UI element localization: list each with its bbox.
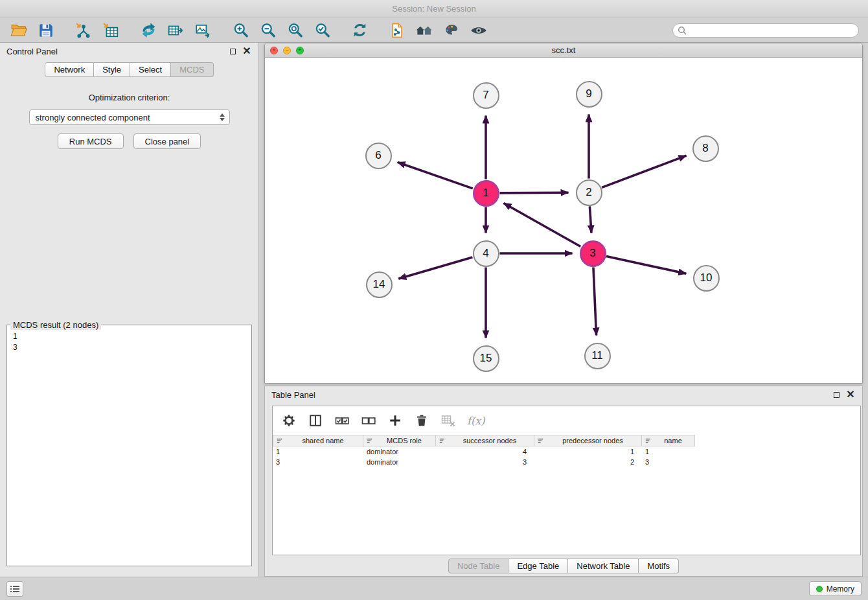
column-header-predecessor-nodes[interactable]: predecessor nodes [534,435,642,446]
zoom-out-icon[interactable] [258,21,277,40]
graph-edge-1-2[interactable] [499,192,568,193]
close-table-panel-icon[interactable]: ✕ [845,389,856,400]
sort-icon[interactable] [439,437,446,444]
import-network-icon[interactable] [74,21,93,40]
table-cell: 1 [534,448,642,456]
first-neighbors-icon[interactable] [415,21,434,40]
table-settings-icon[interactable] [281,413,297,428]
table-cell: dominator [363,458,436,466]
network-window-titlebar[interactable]: × − + scc.txt [265,43,862,58]
tab-mcds[interactable]: MCDS [171,62,213,77]
tab-network[interactable]: Network [45,62,94,77]
mcds-result-title: MCDS result (2 nodes) [10,320,101,330]
graph-edge-4-14[interactable] [398,257,472,279]
export-network-icon[interactable] [139,21,158,40]
graph-edge-2-8[interactable] [602,156,686,187]
graph-edges-layer [265,58,862,384]
graph-node-11[interactable]: 11 [584,343,611,369]
mcds-result-list[interactable]: 13 [7,330,251,566]
tab-node-table[interactable]: Node Table [448,559,509,573]
graph-node-15[interactable]: 15 [473,345,499,372]
tab-style[interactable]: Style [94,62,130,77]
table-cell: 1 [642,448,695,456]
destroy-table-icon [440,413,456,428]
table-header-row: shared nameMCDS rolesuccessor nodesprede… [273,435,860,446]
graph-edge-3-1[interactable] [503,203,580,246]
graph-node-14[interactable]: 14 [366,271,393,298]
sort-icon[interactable] [537,437,544,444]
fit-content-icon[interactable] [285,21,304,40]
sort-icon[interactable] [645,437,652,444]
column-header-mcds-role[interactable]: MCDS role [363,435,436,446]
search-field[interactable] [672,23,859,38]
unselect-all-rows-icon[interactable] [361,413,376,428]
search-icon [678,26,687,35]
control-panel-tabs: NetworkStyleSelectMCDS [0,62,258,77]
sort-icon[interactable] [366,437,373,444]
search-input[interactable] [689,26,854,35]
zoom-selected-icon[interactable] [312,21,332,40]
save-session-icon[interactable] [36,21,56,40]
network-canvas[interactable]: 7968124314101511 [265,58,862,384]
control-panel: Control Panel ✕ NetworkStyleSelectMCDS O… [0,43,259,577]
open-session-icon[interactable] [9,21,29,40]
select-all-rows-icon[interactable] [334,413,350,428]
import-table-icon[interactable] [101,21,120,40]
list-icon [10,584,20,594]
graph-node-7[interactable]: 7 [473,82,499,109]
graph-edge-3-10[interactable] [606,257,686,274]
table-row[interactable]: 3dominator323 [273,457,860,467]
tab-select[interactable]: Select [130,62,171,77]
graph-node-10[interactable]: 10 [693,265,720,292]
delete-rows-icon[interactable] [414,413,429,428]
export-image-icon[interactable] [193,21,212,40]
network-window-title: scc.txt [265,45,862,55]
mcds-result-line: 3 [13,342,251,353]
column-header-name[interactable]: name [642,435,695,446]
float-panel-icon[interactable] [227,46,238,56]
network-window: × − + scc.txt 7968124314101511 [264,43,863,384]
window-close-icon[interactable]: × [270,47,278,54]
zoom-in-icon[interactable] [231,21,250,40]
add-row-icon[interactable] [387,413,403,428]
close-panel-icon[interactable]: ✕ [242,46,252,56]
task-history-button[interactable] [6,581,23,597]
table-cell: 2 [534,458,642,466]
table-row[interactable]: 1dominator411 [273,446,860,457]
graph-node-8[interactable]: 8 [692,135,719,162]
sort-icon[interactable] [276,437,283,444]
window-zoom-icon[interactable]: + [296,47,304,54]
apply-style-icon[interactable] [442,21,461,40]
column-header-successor-nodes[interactable]: successor nodes [436,435,534,446]
column-header-shared-name[interactable]: shared name [273,435,363,446]
table-cell: 3 [642,458,695,466]
graph-node-2[interactable]: 2 [576,179,602,206]
table-panel: Table Panel ✕ [264,386,863,577]
tab-motifs[interactable]: Motifs [639,559,679,573]
optimization-criterion-select[interactable]: strongly connected component [29,110,230,125]
graph-node-4[interactable]: 4 [473,240,499,267]
table-cell: 4 [436,448,534,456]
window-minimize-icon[interactable]: − [283,47,291,54]
memory-button[interactable]: Memory [809,581,862,596]
graph-node-3[interactable]: 3 [580,240,606,267]
export-table-icon[interactable] [166,21,185,40]
float-table-panel-icon[interactable] [831,389,841,400]
graph-node-1[interactable]: 1 [473,180,499,207]
graph-edge-2-3[interactable] [589,206,591,233]
show-graphics-details-icon[interactable] [469,21,488,40]
graph-node-6[interactable]: 6 [365,143,392,169]
clone-network-icon[interactable] [387,21,407,40]
run-mcds-button[interactable]: Run MCDS [58,133,124,149]
table-panel-title: Table Panel [271,390,315,400]
close-panel-button[interactable]: Close panel [133,133,201,149]
tab-network-table[interactable]: Network Table [568,559,639,573]
graph-edge-3-11[interactable] [593,267,597,335]
tab-edge-table[interactable]: Edge Table [508,559,568,573]
graph-edge-1-6[interactable] [398,162,473,189]
refresh-view-icon[interactable] [350,21,369,40]
table-body: 1dominator4113dominator323 [273,446,860,467]
graph-node-9[interactable]: 9 [576,81,602,108]
show-columns-icon[interactable] [308,413,323,428]
main-toolbar [0,18,868,43]
